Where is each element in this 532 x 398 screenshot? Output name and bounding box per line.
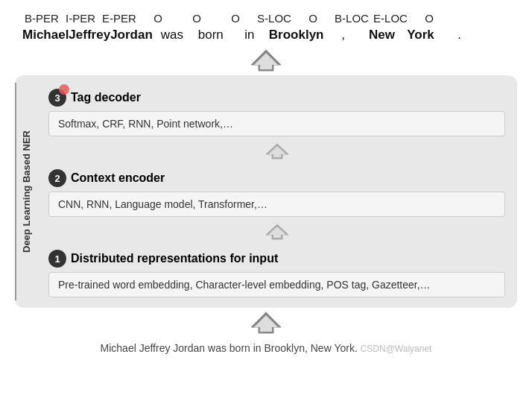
number-2: 2 (48, 169, 66, 187)
number-3: 3 (48, 89, 66, 107)
tag-o3: O (216, 12, 255, 25)
tag-o5: O (410, 12, 449, 25)
bottom-text: Michael Jeffrey Jordan was born in Brook… (101, 342, 358, 354)
bottom-arrow-container (0, 311, 532, 335)
tag-o4: O (294, 12, 332, 25)
ner-tags-row: B-PER I-PER E-PER O O O S-LOC O B-LOC E-… (15, 7, 517, 26)
word-comma: , (324, 28, 363, 42)
highlight-dot (59, 84, 69, 95)
word-new: New (363, 28, 402, 42)
word-michael: Michael (22, 28, 69, 42)
tag-bloc: B-LOC (332, 12, 371, 25)
section-1-title: 1 Distributed representations for input (48, 250, 505, 268)
section-3-title: 3 Tag decoder (48, 89, 505, 107)
word-born: born (191, 28, 230, 42)
arrow-3-2-icon (265, 142, 290, 160)
word-period: . (440, 28, 479, 42)
word-jordan: Jordan (110, 28, 153, 42)
arrow-3-2-container (48, 142, 505, 160)
top-arrow-icon (250, 48, 282, 72)
tag-o2: O (177, 12, 216, 25)
tag-eper: E-PER (100, 12, 139, 25)
distributed-repr-label: Distributed representations for input (71, 252, 278, 265)
context-encoder-content: CNN, RNN, Language model, Transformer,… (48, 192, 505, 217)
tag-sloc: S-LOC (255, 12, 294, 25)
tag-o1: O (139, 12, 177, 25)
word-was: was (153, 28, 191, 42)
tag-bper: B-PER (22, 12, 61, 25)
word-jeffrey: Jeffrey (69, 28, 110, 42)
arrow-2-1-icon (265, 223, 290, 241)
main-diagram-box: Deep Learning Based NER 3 Tag decoder So… (15, 75, 517, 308)
distributed-repr-content: Pre-trained word embedding, Character-le… (48, 272, 505, 297)
ner-sentence-row: Michael Jeffrey Jordan was born in Brook… (15, 26, 517, 45)
tag-decoder-content: Softmax, CRF, RNN, Point network,… (48, 111, 505, 136)
tag-iper: I-PER (61, 12, 100, 25)
word-brooklyn: Brooklyn (269, 28, 324, 42)
tag-eloc: E-LOC (371, 12, 410, 25)
word-in: in (230, 28, 269, 42)
number-1: 1 (48, 250, 66, 268)
tag-decoder-label: Tag decoder (71, 91, 141, 104)
inner-content: 3 Tag decoder Softmax, CRF, RNN, Point n… (44, 83, 510, 300)
side-label: Deep Learning Based NER (15, 83, 37, 300)
context-encoder-label: Context encoder (71, 171, 165, 185)
word-york: York (402, 28, 440, 42)
watermark: CSDN@Waiyanet (361, 344, 432, 354)
bottom-arrow-icon (250, 311, 282, 335)
arrow-2-1-container (48, 223, 505, 241)
section-2-title: 2 Context encoder (48, 169, 505, 187)
bottom-sentence: Michael Jeffrey Jordan was born in Brook… (0, 338, 532, 357)
top-arrow-container (0, 48, 532, 72)
